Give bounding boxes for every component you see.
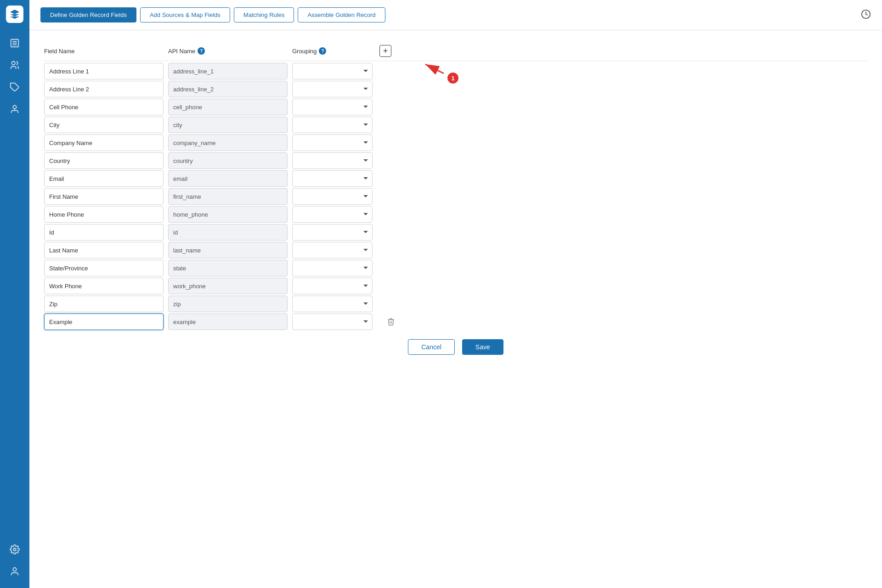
- support-icon[interactable]: [6, 100, 24, 118]
- grouping-help-icon[interactable]: ?: [319, 47, 326, 55]
- table-row: [44, 63, 867, 79]
- grouping-select[interactable]: [292, 260, 373, 276]
- api-name-input[interactable]: [168, 224, 288, 241]
- api-name-input[interactable]: [168, 134, 288, 151]
- grouping-select[interactable]: [292, 81, 373, 97]
- grouping-select[interactable]: [292, 224, 373, 241]
- field-name-input[interactable]: [44, 117, 164, 133]
- api-name-help-icon[interactable]: ?: [198, 47, 205, 55]
- api-name-input[interactable]: [168, 278, 288, 294]
- delete-icon[interactable]: [379, 316, 402, 328]
- top-navigation: Define Golden Record Fields Add Sources …: [29, 0, 882, 30]
- api-name-input[interactable]: [168, 170, 288, 187]
- field-name-input[interactable]: [44, 242, 164, 258]
- list-icon[interactable]: [6, 34, 24, 52]
- grouping-select[interactable]: [292, 242, 373, 258]
- tab-assemble-golden-record[interactable]: Assemble Golden Record: [298, 7, 385, 22]
- field-name-input[interactable]: [44, 260, 164, 276]
- table-row: [44, 296, 867, 312]
- svg-point-8: [13, 568, 16, 571]
- grouping-select[interactable]: [292, 206, 373, 223]
- api-name-input[interactable]: [168, 99, 288, 115]
- field-name-input[interactable]: [44, 206, 164, 223]
- table-wrapper: Field Name API Name ? Grouping ? +: [44, 41, 867, 355]
- grouping-select[interactable]: [292, 296, 373, 312]
- grouping-select[interactable]: [292, 117, 373, 133]
- add-field-button[interactable]: +: [379, 45, 391, 57]
- table-row: [44, 152, 867, 169]
- field-name-input[interactable]: [44, 134, 164, 151]
- svg-point-7: [13, 548, 16, 551]
- table-header: Field Name API Name ? Grouping ? +: [44, 41, 867, 61]
- table-row: [44, 170, 867, 187]
- grouping-select[interactable]: [292, 278, 373, 294]
- api-name-input[interactable]: [168, 81, 288, 97]
- profile-icon[interactable]: [6, 562, 24, 581]
- api-name-header: API Name ?: [168, 45, 292, 57]
- api-name-input[interactable]: [168, 296, 288, 312]
- table-row: [44, 278, 867, 294]
- grouping-header: Grouping ?: [292, 45, 379, 57]
- api-name-input[interactable]: [168, 314, 288, 330]
- table-row: [44, 206, 867, 223]
- field-name-input[interactable]: [44, 314, 164, 330]
- field-name-input[interactable]: [44, 99, 164, 115]
- table-rows: [44, 63, 867, 330]
- field-name-input[interactable]: [44, 152, 164, 169]
- field-name-input[interactable]: [44, 224, 164, 241]
- tag-icon[interactable]: [6, 78, 24, 96]
- grouping-select[interactable]: [292, 63, 373, 79]
- table-row: [44, 81, 867, 97]
- field-name-input[interactable]: [44, 63, 164, 79]
- field-name-input[interactable]: [44, 81, 164, 97]
- table-row: [44, 134, 867, 151]
- field-name-input[interactable]: [44, 188, 164, 205]
- api-name-input[interactable]: [168, 63, 288, 79]
- api-name-input[interactable]: [168, 260, 288, 276]
- svg-point-4: [12, 62, 15, 65]
- api-name-input[interactable]: [168, 206, 288, 223]
- settings-icon[interactable]: [6, 540, 24, 559]
- table-row: [44, 99, 867, 115]
- grouping-select[interactable]: [292, 170, 373, 187]
- api-name-input[interactable]: [168, 242, 288, 258]
- grouping-select[interactable]: [292, 99, 373, 115]
- content-area: Field Name API Name ? Grouping ? +: [29, 30, 882, 588]
- tab-define-golden-record[interactable]: Define Golden Record Fields: [40, 7, 136, 22]
- table-row: [44, 224, 867, 241]
- tab-add-sources[interactable]: Add Sources & Map Fields: [140, 7, 230, 22]
- main-content: Define Golden Record Fields Add Sources …: [29, 0, 882, 588]
- table-row: [44, 188, 867, 205]
- field-name-input[interactable]: [44, 296, 164, 312]
- api-name-input[interactable]: [168, 188, 288, 205]
- table-row: [44, 117, 867, 133]
- save-button[interactable]: Save: [462, 339, 503, 355]
- logo[interactable]: [6, 6, 23, 23]
- field-name-input[interactable]: [44, 170, 164, 187]
- api-name-input[interactable]: [168, 117, 288, 133]
- clock-icon[interactable]: [861, 9, 871, 21]
- grouping-select[interactable]: [292, 188, 373, 205]
- table-row: [44, 314, 867, 330]
- action-buttons: Cancel Save: [44, 339, 867, 355]
- grouping-select[interactable]: [292, 314, 373, 330]
- sidebar: [0, 0, 29, 588]
- field-name-header: Field Name: [44, 45, 168, 57]
- api-name-input[interactable]: [168, 152, 288, 169]
- field-name-input[interactable]: [44, 278, 164, 294]
- tab-matching-rules[interactable]: Matching Rules: [234, 7, 294, 22]
- grouping-select[interactable]: [292, 152, 373, 169]
- svg-point-6: [13, 106, 16, 109]
- users-icon[interactable]: [6, 56, 24, 74]
- table-row: [44, 242, 867, 258]
- cancel-button[interactable]: Cancel: [408, 339, 455, 355]
- grouping-select[interactable]: [292, 134, 373, 151]
- table-row: [44, 260, 867, 276]
